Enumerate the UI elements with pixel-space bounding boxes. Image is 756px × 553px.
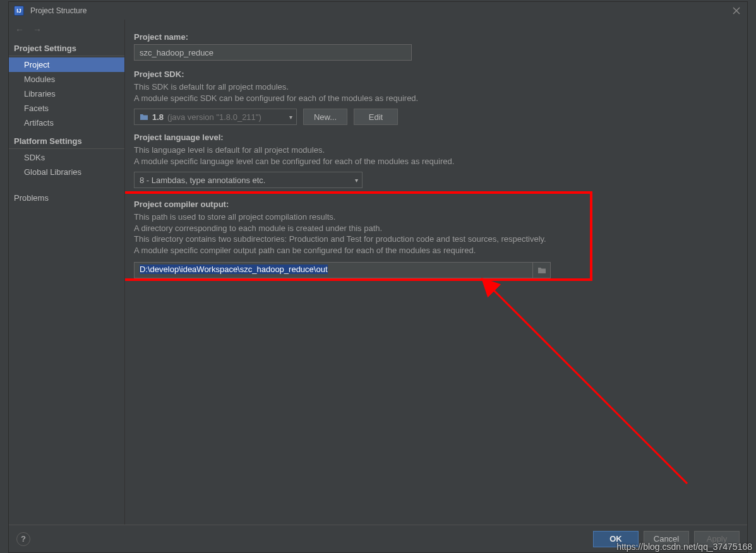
dialog-footer: ? OK Cancel Apply — [9, 525, 747, 552]
apply-button[interactable]: Apply — [694, 531, 740, 547]
sidebar-item-global-libraries[interactable]: Global Libraries — [9, 165, 124, 179]
compiler-output-desc2: A directory corresponding to each module… — [134, 223, 738, 234]
compiler-output-value: D:\develop\ideaWorkspace\szc_hadoop_redu… — [140, 265, 328, 274]
sidebar-item-libraries[interactable]: Libraries — [9, 86, 124, 101]
sidebar: ← → Project Settings Project Modules Lib… — [9, 20, 125, 525]
sidebar-item-modules[interactable]: Modules — [9, 72, 124, 86]
sidebar-item-project[interactable]: Project — [9, 57, 124, 72]
project-name-input[interactable] — [134, 44, 412, 61]
folder-icon — [537, 266, 546, 274]
project-sdk-desc1: This SDK is default for all project modu… — [134, 81, 738, 93]
sidebar-item-problems[interactable]: Problems — [9, 191, 124, 205]
content-panel: Project name: Project SDK: This SDK is d… — [125, 20, 747, 525]
sdk-value: 1.8 — [152, 112, 164, 122]
lang-level-desc1: This language level is default for all p… — [134, 145, 738, 156]
intellij-logo-icon: IJ — [14, 6, 24, 16]
project-sdk-label: Project SDK: — [134, 69, 738, 79]
new-sdk-button[interactable]: New... — [303, 109, 347, 125]
project-sdk-desc2: A module specific SDK can be configured … — [134, 93, 738, 104]
nav-arrows: ← → — [9, 22, 124, 40]
section-platform-settings: Platform Settings — [9, 133, 124, 149]
lang-level-label: Project language level: — [134, 133, 738, 142]
titlebar: IJ Project Structure — [9, 2, 747, 20]
lang-level-value: 8 - Lambdas, type annotations etc. — [140, 175, 265, 185]
lang-level-combo[interactable]: 8 - Lambdas, type annotations etc. ▾ — [134, 172, 363, 188]
sidebar-item-artifacts[interactable]: Artifacts — [9, 116, 124, 130]
cancel-button[interactable]: Cancel — [644, 531, 689, 547]
compiler-output-label: Project compiler output: — [134, 199, 738, 209]
compiler-output-desc3: This directory contains two subdirectori… — [134, 234, 738, 245]
project-sdk-combo[interactable]: 1.8 (java version "1.8.0_211") ▾ — [134, 109, 297, 125]
chevron-down-icon: ▾ — [355, 177, 358, 184]
project-structure-dialog: IJ Project Structure ← → Project Setting… — [8, 1, 748, 553]
sdk-folder-icon — [140, 113, 148, 121]
forward-arrow-icon[interactable]: → — [33, 25, 42, 35]
compiler-output-desc4: A module specific compiler output path c… — [134, 245, 738, 256]
annotation-arrow — [479, 275, 700, 490]
back-arrow-icon[interactable]: ← — [15, 25, 24, 35]
help-button[interactable]: ? — [16, 532, 30, 546]
window-title: Project Structure — [30, 6, 87, 15]
sdk-hint: (java version "1.8.0_211") — [167, 112, 261, 122]
edit-sdk-button[interactable]: Edit — [354, 109, 398, 125]
sidebar-item-sdks[interactable]: SDKs — [9, 150, 124, 165]
compiler-output-input[interactable]: D:\develop\ideaWorkspace\szc_hadoop_redu… — [134, 262, 533, 278]
sidebar-item-facets[interactable]: Facets — [9, 101, 124, 116]
section-project-settings: Project Settings — [9, 40, 124, 56]
project-name-label: Project name: — [134, 32, 738, 42]
browse-button[interactable] — [533, 262, 551, 278]
ok-button[interactable]: OK — [593, 531, 639, 547]
compiler-output-desc1: This path is used to store all project c… — [134, 211, 738, 223]
chevron-down-icon: ▾ — [289, 114, 292, 121]
svg-line-2 — [484, 280, 687, 484]
lang-level-desc2: A module specific language level can be … — [134, 156, 738, 167]
close-icon[interactable] — [731, 5, 742, 16]
